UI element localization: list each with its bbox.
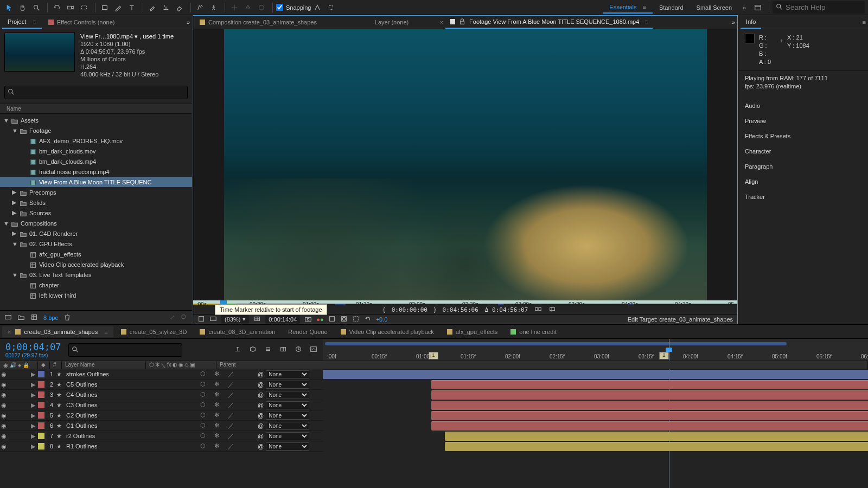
color-depth[interactable]: 8 bpc — [43, 314, 58, 321]
timeline-tab[interactable]: Render Queue — [283, 326, 333, 337]
puppet-tool-icon[interactable] — [208, 2, 220, 14]
parent-dropdown[interactable]: None — [266, 442, 309, 451]
new-comp-icon[interactable] — [30, 313, 38, 322]
search-icon[interactable] — [180, 313, 188, 322]
timeline-tab[interactable]: ×create_03_animate_shapes≡ — [2, 326, 113, 337]
draft3d-icon[interactable] — [249, 345, 257, 354]
viewer-overflow-icon[interactable]: » — [732, 19, 735, 25]
snapshot-icon[interactable] — [304, 315, 312, 324]
panel-menu-icon[interactable]: ≡ — [863, 19, 866, 25]
parent-dropdown[interactable]: None — [266, 391, 309, 399]
tree-item[interactable]: bm_dark_clouds.mov — [0, 146, 192, 156]
camera-tool-icon[interactable] — [65, 2, 76, 14]
transparency-grid-icon[interactable] — [328, 315, 336, 324]
composition-tab[interactable]: Composition create_03_animate_shapes — [195, 17, 321, 28]
asset-thumbnail[interactable] — [4, 33, 75, 72]
twirl-icon[interactable]: ▶ — [30, 391, 36, 399]
interpret-footage-icon[interactable] — [4, 313, 12, 322]
pickwhip-icon[interactable]: @ — [258, 402, 264, 408]
in-point[interactable]: 0:00:00:00 — [392, 306, 427, 313]
effect-controls-tab[interactable]: Effect Controls (none) — [43, 16, 120, 28]
exposure-value[interactable]: +0.0 — [376, 316, 388, 323]
layer-bar[interactable] — [445, 432, 868, 441]
reset-workspace-icon[interactable] — [752, 2, 764, 14]
layer-label[interactable] — [38, 402, 44, 408]
timeline-timecode[interactable]: 0;00;04;07 — [5, 342, 61, 352]
pickwhip-icon[interactable]: @ — [258, 381, 264, 388]
region-icon[interactable] — [352, 315, 360, 324]
visibility-toggle-icon[interactable]: ◉ — [0, 371, 8, 378]
twirl-icon[interactable]: ▶ — [30, 433, 36, 440]
twirl-icon[interactable]: ▶ — [30, 422, 36, 429]
out-point[interactable]: 0:04:56:06 — [443, 306, 478, 313]
rotate-tool-icon[interactable] — [51, 2, 63, 14]
marker-2[interactable]: 2 — [659, 352, 669, 359]
timeline-layer[interactable]: ◉▶7★r2 Outlines⬡✻／@None — [0, 431, 323, 441]
collapsed-panel[interactable]: Align — [738, 174, 868, 189]
work-area[interactable] — [325, 342, 787, 345]
tree-item[interactable]: ▼Footage — [0, 125, 192, 136]
visibility-toggle-icon[interactable]: ◉ — [0, 433, 8, 440]
lock-col-icon[interactable]: 🔒 — [23, 362, 29, 368]
eraser-tool-icon[interactable] — [174, 2, 186, 14]
tree-item[interactable]: ▶Sources — [0, 208, 192, 218]
pen-tool-icon[interactable] — [112, 2, 124, 14]
layer-bar[interactable] — [431, 421, 868, 431]
layer-bar[interactable] — [431, 411, 868, 420]
pan-behind-tool-icon[interactable] — [78, 2, 90, 14]
new-folder-icon[interactable] — [17, 313, 25, 322]
ripple-insert-icon[interactable] — [534, 305, 542, 314]
type-tool-icon[interactable] — [126, 2, 138, 14]
twirl-icon[interactable]: ▶ — [30, 443, 36, 450]
pickwhip-icon[interactable]: @ — [258, 412, 264, 419]
timeline-tab[interactable]: one line credit — [505, 326, 562, 337]
pickwhip-icon[interactable]: @ — [258, 371, 264, 377]
collapsed-panel[interactable]: Paragraph — [738, 159, 868, 174]
collapsed-panel[interactable]: Effects & Presets — [738, 129, 868, 144]
audio-col-icon[interactable]: 🔊 — [10, 362, 16, 368]
layer-bar[interactable] — [323, 370, 868, 379]
set-in-icon[interactable]: { — [383, 306, 385, 313]
timeline-layer[interactable]: ◉▶6★C1 Outlines⬡✻／@None — [0, 421, 323, 431]
shy-switch-icon[interactable]: ⬡ — [149, 362, 154, 368]
visibility-toggle-icon[interactable]: ◉ — [0, 422, 8, 429]
workspace-small-screen[interactable]: Small Screen — [690, 2, 738, 13]
visibility-toggle-icon[interactable]: ◉ — [0, 391, 8, 399]
brush-tool-icon[interactable] — [146, 2, 158, 14]
resolution-icon[interactable] — [253, 315, 261, 324]
twirl-icon[interactable]: ▶ — [30, 412, 36, 419]
timeline-tab[interactable]: create_08_3D_animation — [194, 326, 280, 337]
graph-editor-icon[interactable] — [310, 345, 317, 354]
grid-icon[interactable] — [209, 315, 217, 324]
twirl-icon[interactable]: ▶ — [30, 402, 36, 409]
layer-label[interactable] — [38, 422, 44, 429]
tree-item[interactable]: ▶Solids — [0, 197, 192, 208]
selection-tool-icon[interactable] — [3, 2, 15, 14]
layer-label[interactable] — [38, 391, 44, 398]
pickwhip-icon[interactable]: @ — [258, 422, 264, 429]
clone-tool-icon[interactable] — [160, 2, 172, 14]
collapsed-panel[interactable]: Character — [738, 144, 868, 159]
mask-icon[interactable] — [340, 315, 348, 324]
timeline-layer[interactable]: ◉▶8★R1 Outlines⬡✻／@None — [0, 441, 323, 452]
alpha-toggle-icon[interactable] — [197, 315, 205, 324]
footage-ruler[interactable]: :00s00:30s01:00s01:30s02:00s02:30s03:00s… — [193, 300, 737, 304]
tree-item[interactable]: chapter — [0, 280, 192, 290]
channel-icon[interactable]: ●● — [316, 316, 323, 323]
tree-item[interactable]: Video Clip accelerated playback — [0, 259, 192, 269]
frame-blend-icon[interactable] — [279, 345, 287, 354]
info-tab[interactable]: Info — [741, 16, 761, 29]
parent-dropdown[interactable]: None — [266, 401, 309, 409]
hand-tool-icon[interactable] — [17, 2, 29, 14]
shy-icon[interactable] — [264, 345, 272, 354]
timeline-layer[interactable]: ◉▶2★C5 Outlines⬡✻／@None — [0, 380, 323, 390]
comp-mini-flowchart-icon[interactable] — [234, 345, 241, 354]
close-tab-icon[interactable]: × — [440, 19, 443, 25]
rect-tool-icon[interactable] — [99, 2, 111, 14]
layer-bar[interactable] — [431, 390, 868, 400]
project-column-header[interactable]: Name — [0, 104, 192, 114]
timeline-tab[interactable]: create_05_stylize_3D — [116, 326, 193, 337]
layer-bar[interactable] — [431, 380, 868, 389]
collapsed-panel[interactable]: Tracker — [738, 189, 868, 204]
twirl-icon[interactable]: ▶ — [30, 371, 36, 378]
